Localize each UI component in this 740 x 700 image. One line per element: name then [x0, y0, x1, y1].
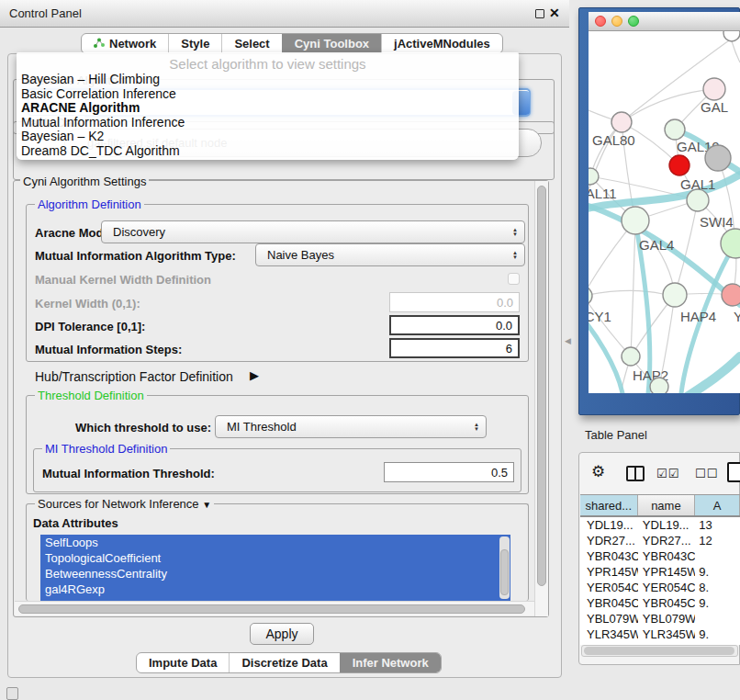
mi-type-select[interactable]: Naive Bayes ▲▼	[255, 243, 525, 266]
network-node[interactable]	[722, 284, 740, 306]
tab-impute-data[interactable]: Impute Data	[137, 653, 229, 672]
table-cell: YBR045C	[580, 595, 638, 611]
data-attribute-item[interactable]: TopologicalCoefficient	[40, 550, 510, 566]
data-attribute-item[interactable]: gal4RGexp	[40, 581, 510, 597]
algorithm-option[interactable]: Bayesian – K2	[17, 130, 519, 144]
algorithm-option[interactable]: Bayesian – Hill Climbing	[17, 73, 519, 87]
network-node[interactable]	[721, 229, 740, 258]
scrollbar-thumb[interactable]	[537, 186, 546, 586]
table-panel-title: Table Panel	[585, 428, 647, 442]
network-graph-icon	[94, 34, 105, 53]
collapsed-arrow-icon[interactable]: ▶	[250, 368, 259, 382]
select-all-icon[interactable]: ☑☑	[656, 467, 679, 480]
column-header[interactable]: A	[695, 495, 740, 515]
table-row[interactable]: YDR27...YDR27...12	[580, 533, 740, 548]
column-header[interactable]: shared...	[580, 495, 638, 515]
mi-steps-input[interactable]: 6	[389, 338, 520, 358]
network-canvas[interactable]: GALGAL80GAL10GAL1GAL11GAL4SWI4GCY1HAP4YH…	[589, 31, 740, 393]
table-cell: 13	[695, 517, 740, 533]
table-row[interactable]: YBR045CYBR045C9.	[580, 595, 740, 611]
stepper-arrows-icon: ▲▼	[474, 423, 479, 432]
sources-group-title[interactable]: Sources for Network Inference ▼	[35, 497, 214, 511]
data-attribute-item[interactable]: SelfLoops	[40, 535, 510, 550]
table-row[interactable]: YBL079WYBL079W	[580, 611, 740, 627]
column-chooser-icon[interactable]	[626, 466, 645, 481]
network-node[interactable]	[723, 31, 740, 41]
mi-threshold-input[interactable]: 0.5	[384, 462, 514, 482]
network-node[interactable]	[663, 283, 687, 307]
data-attributes-list[interactable]: SelfLoopsTopologicalCoefficientBetweenne…	[40, 535, 510, 601]
table-row[interactable]: YER054CYER054C8.	[580, 580, 740, 595]
algorithm-option[interactable]: Dream8 DC_TDC Algorithm	[17, 144, 519, 159]
network-node[interactable]	[622, 347, 640, 366]
table-row[interactable]: YPR145WYPR145W9.	[580, 564, 740, 580]
node-label: GCY1	[589, 309, 611, 324]
tab-discretize-data[interactable]: Discretize Data	[229, 653, 339, 672]
table-cell: 9.	[695, 595, 740, 611]
minimize-window-icon[interactable]	[611, 16, 622, 27]
mi-type-label: Mutual Information Algorithm Type:	[35, 249, 236, 263]
zoom-window-icon[interactable]	[628, 16, 639, 27]
tab-infer-network[interactable]: Infer Network	[340, 653, 441, 672]
network-node[interactable]	[703, 78, 725, 100]
data-attributes-label: Data Attributes	[33, 516, 118, 530]
node-label: HAP4	[680, 309, 716, 324]
deselect-all-icon[interactable]: ☐☐	[695, 467, 718, 480]
attributes-list-scrollbar[interactable]	[499, 536, 510, 599]
tab-jactivemnodules[interactable]: jActiveMNodules	[381, 34, 502, 53]
mi-threshold-group-title: MI Threshold Definition	[42, 442, 170, 456]
table-row[interactable]: YBR043CYBR043C	[580, 548, 740, 564]
dpi-tolerance-input[interactable]: 0.0	[389, 315, 520, 335]
table-row[interactable]: YDL19...YDL19...13	[580, 517, 740, 533]
algorithm-option[interactable]: ARACNE Algorithm	[17, 101, 519, 116]
table-cell: YDL19...	[580, 517, 638, 533]
kernel-width-input[interactable]: 0.0	[389, 292, 520, 312]
tab-network[interactable]: Network	[82, 34, 168, 53]
tab-label: Infer Network	[353, 653, 429, 672]
apply-button[interactable]: Apply	[250, 623, 314, 645]
collapsed-panel-icon[interactable]	[6, 687, 18, 700]
table-horizontal-scrollbar[interactable]	[581, 645, 738, 657]
node-label: GAL80	[592, 132, 635, 148]
network-node[interactable]	[650, 378, 668, 393]
network-node[interactable]	[705, 145, 731, 171]
aracne-mode-select[interactable]: Discovery ▲▼	[101, 220, 525, 243]
network-node[interactable]	[669, 155, 690, 175]
table-row[interactable]: YLR345WYLR345W9.	[580, 627, 740, 642]
network-node[interactable]	[622, 207, 649, 234]
table-cell: YER054C	[638, 580, 695, 595]
network-node[interactable]	[665, 119, 685, 140]
tab-select[interactable]: Select	[221, 34, 281, 53]
settings-vertical-scrollbar[interactable]	[534, 181, 548, 616]
export-table-icon[interactable]	[727, 462, 740, 482]
tab-label: Impute Data	[149, 653, 217, 672]
control-panel-title: Control Panel	[9, 6, 82, 20]
algorithm-option[interactable]: Mutual Information Inference	[17, 116, 519, 130]
panel-splitter-arrow[interactable]: ◀	[565, 336, 571, 345]
close-window-icon[interactable]	[595, 16, 606, 27]
scrollbar-thumb[interactable]	[584, 647, 734, 655]
which-threshold-select[interactable]: MI Threshold ▲▼	[215, 415, 487, 438]
algorithm-option[interactable]: Basic Correlation Inference	[17, 87, 519, 102]
manual-kernel-checkbox[interactable]	[508, 273, 520, 285]
settings-gear-icon[interactable]: ⚙	[591, 462, 605, 481]
column-header[interactable]: name	[638, 495, 696, 515]
table-cell: YER054C	[580, 580, 638, 595]
settings-horizontal-scrollbar[interactable]	[15, 601, 534, 615]
scrollbar-thumb[interactable]	[500, 549, 509, 595]
network-node[interactable]	[687, 189, 709, 211]
tab-label: Network	[109, 34, 156, 53]
close-panel-icon[interactable]: ✕	[549, 6, 560, 20]
network-node[interactable]	[589, 287, 592, 305]
scrollbar-thumb[interactable]	[18, 604, 525, 614]
hub-definition-toggle[interactable]: Hub/Transcription Factor Definition	[35, 369, 233, 384]
network-node[interactable]	[611, 112, 632, 132]
tab-style[interactable]: Style	[168, 34, 221, 53]
tab-cyni-toolbox[interactable]: Cyni Toolbox	[282, 34, 381, 53]
dpi-tolerance-label: DPI Tolerance [0,1]:	[35, 320, 145, 333]
float-panel-icon[interactable]	[535, 9, 544, 18]
node-label: GAL	[701, 99, 728, 115]
network-node[interactable]	[589, 168, 599, 185]
expanded-arrow-icon: ▼	[202, 500, 211, 510]
data-attribute-item[interactable]: BetweennessCentrality	[40, 566, 510, 581]
